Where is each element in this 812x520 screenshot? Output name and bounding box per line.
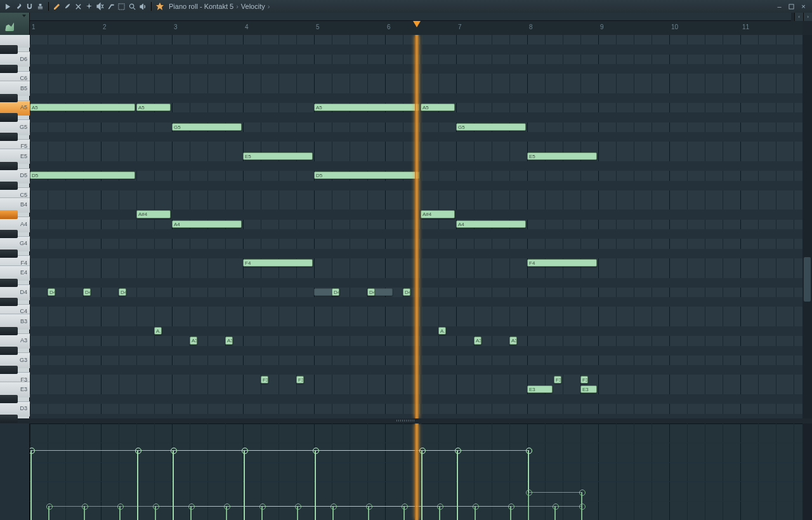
- velocity-stem[interactable]: [315, 450, 316, 520]
- mini-track[interactable]: [30, 13, 791, 21]
- piano-key-black[interactable]: [0, 395, 18, 403]
- midi-note[interactable]: A…: [154, 327, 162, 335]
- piano-key-black[interactable]: [0, 94, 18, 102]
- velocity-stem[interactable]: [510, 506, 511, 520]
- breadcrumb[interactable]: Piano roll - Kontakt 5 › Velocity ›: [169, 3, 272, 10]
- velocity-stem[interactable]: [368, 506, 369, 520]
- velocity-stem[interactable]: [403, 506, 405, 520]
- pencil-icon[interactable]: [52, 2, 62, 11]
- play-icon[interactable]: [3, 2, 13, 11]
- midi-note[interactable]: F4: [527, 259, 597, 267]
- midi-note[interactable]: A3: [474, 337, 481, 344]
- piano-key-black[interactable]: [0, 415, 18, 423]
- midi-note[interactable]: D4: [332, 288, 339, 296]
- midi-note[interactable]: F3: [580, 376, 588, 383]
- velocity-stem[interactable]: [261, 506, 263, 520]
- wrench-icon[interactable]: [14, 2, 23, 11]
- timeline[interactable]: 1234567891011: [30, 21, 802, 35]
- midi-note[interactable]: D4: [83, 288, 91, 296]
- velocity-stem[interactable]: [173, 450, 174, 520]
- velocity-stem[interactable]: [457, 450, 458, 520]
- velocity-stem[interactable]: [332, 506, 334, 520]
- midi-note[interactable]: A3: [225, 337, 233, 344]
- midi-note[interactable]: A5: [314, 103, 419, 111]
- midi-note[interactable]: A5: [421, 103, 455, 111]
- vertical-scrollbar[interactable]: [802, 35, 812, 418]
- velocity-grid[interactable]: [30, 423, 802, 520]
- playhead-line[interactable]: [415, 35, 419, 418]
- piano-key-black[interactable]: [0, 327, 18, 335]
- playhead-line[interactable]: [415, 423, 419, 520]
- piano-key-black[interactable]: [0, 113, 18, 121]
- midi-note[interactable]: G5: [172, 123, 242, 131]
- focus-icon[interactable]: [155, 2, 164, 11]
- velocity-stem[interactable]: [244, 450, 245, 520]
- velocity-stem[interactable]: [554, 506, 556, 520]
- piano-key-black[interactable]: [0, 210, 18, 218]
- velocity-lane-gutter[interactable]: [0, 423, 30, 520]
- select-icon[interactable]: [117, 2, 126, 11]
- playback-icon[interactable]: [138, 2, 148, 11]
- velocity-stem[interactable]: [226, 506, 227, 520]
- velocity-stem[interactable]: [421, 450, 422, 520]
- piano-key-black[interactable]: [0, 133, 18, 141]
- piano-key-black[interactable]: [0, 45, 18, 53]
- scrollbar-thumb[interactable]: [804, 257, 811, 302]
- piano-keyboard[interactable]: D6C6B5A5G5F5E5D5C5B4A4G4F4E4D4C4B3A3G3F3…: [0, 35, 30, 418]
- velocity-stem[interactable]: [84, 506, 85, 520]
- midi-note[interactable]: D4: [403, 288, 410, 296]
- midi-note[interactable]: A3: [509, 337, 517, 344]
- midi-note[interactable]: D5: [314, 171, 419, 179]
- piano-key-black[interactable]: [0, 366, 18, 374]
- velocity-stem[interactable]: [297, 506, 298, 520]
- piano-key-black[interactable]: [0, 347, 18, 355]
- velocity-stem[interactable]: [30, 450, 32, 520]
- magnet-icon[interactable]: [25, 2, 34, 11]
- midi-note[interactable]: G5: [456, 123, 526, 131]
- velocity-stem[interactable]: [475, 506, 476, 520]
- minimize-icon[interactable]: –: [775, 2, 784, 11]
- midi-note[interactable]: E5: [527, 152, 597, 160]
- midi-note[interactable]: A3: [190, 337, 197, 344]
- mini-nav-left[interactable]: ‹: [794, 13, 803, 21]
- midi-note[interactable]: A5: [30, 103, 135, 111]
- sparkle-icon[interactable]: [84, 2, 94, 11]
- piano-key-black[interactable]: [0, 298, 18, 306]
- midi-note[interactable]: A#4: [421, 210, 455, 218]
- velocity-stem[interactable]: [119, 506, 121, 520]
- midi-note[interactable]: F3: [296, 376, 304, 383]
- midi-note[interactable]: D4: [119, 288, 126, 296]
- velocity-stem[interactable]: [137, 450, 138, 520]
- midi-note[interactable]: E5: [243, 152, 313, 160]
- piano-key-black[interactable]: [0, 65, 18, 73]
- midi-note[interactable]: A#4: [136, 210, 171, 218]
- midi-note[interactable]: F4: [243, 259, 313, 267]
- maximize-icon[interactable]: [787, 2, 796, 11]
- mini-nav-right[interactable]: ›: [803, 13, 812, 21]
- piano-key-black[interactable]: [0, 182, 18, 190]
- piano-roll-options-button[interactable]: [0, 13, 30, 35]
- midi-note[interactable]: D4: [48, 288, 55, 296]
- midi-note[interactable]: F3: [261, 376, 268, 383]
- piano-key-black[interactable]: [0, 162, 18, 170]
- midi-note[interactable]: E3: [527, 385, 553, 393]
- midi-note[interactable]: D4: [367, 288, 375, 296]
- lane-splitter[interactable]: [0, 418, 812, 423]
- velocity-stem[interactable]: [439, 506, 440, 520]
- close-icon[interactable]: ×: [799, 2, 808, 11]
- velocity-stem[interactable]: [190, 506, 192, 520]
- piano-key-black[interactable]: [0, 279, 18, 287]
- midi-note[interactable]: A4: [172, 220, 242, 228]
- velocity-stem[interactable]: [155, 506, 156, 520]
- velocity-stem[interactable]: [48, 506, 49, 520]
- piano-key-black[interactable]: [0, 250, 18, 258]
- brush-icon[interactable]: [63, 2, 72, 11]
- playhead-marker[interactable]: [413, 21, 421, 29]
- note-grid[interactable]: A5A5A5A5G5G5E5E5D5D5A#4A#4A4A4F4F4D4D4D4…: [30, 35, 802, 418]
- midi-note[interactable]: D5: [30, 171, 135, 179]
- mute-icon[interactable]: [95, 2, 105, 11]
- midi-note[interactable]: E3: [580, 385, 597, 393]
- stamp-icon[interactable]: [36, 2, 45, 11]
- midi-note[interactable]: A4: [456, 220, 526, 228]
- slide-icon[interactable]: [106, 2, 115, 11]
